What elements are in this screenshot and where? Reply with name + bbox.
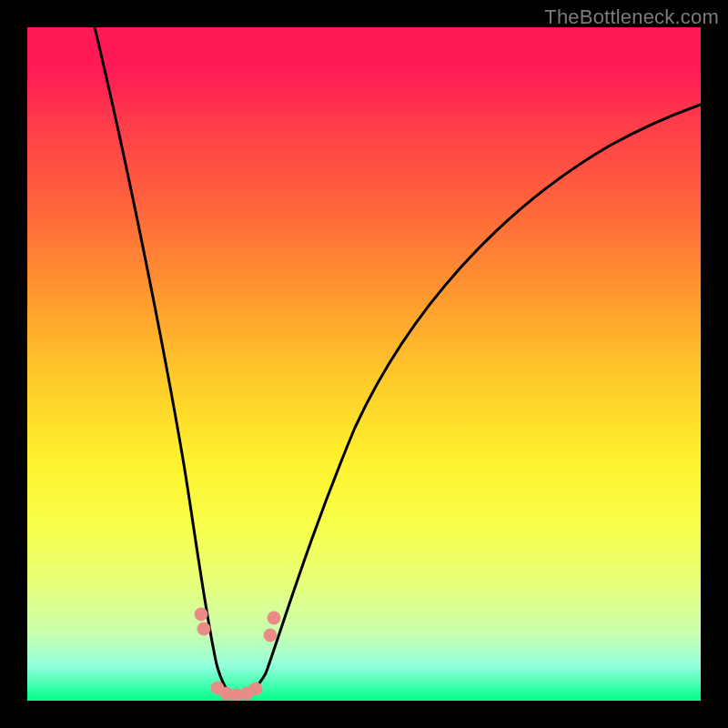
svg-point-6 — [249, 682, 262, 695]
svg-point-0 — [195, 608, 207, 621]
curve-path — [95, 27, 701, 697]
plot-area — [27, 27, 701, 701]
svg-point-1 — [197, 622, 210, 635]
svg-point-8 — [268, 612, 280, 624]
bottleneck-curve — [27, 27, 701, 701]
svg-point-7 — [264, 629, 277, 642]
watermark-text: TheBottleneck.com — [544, 5, 719, 29]
chart-frame: TheBottleneck.com — [0, 0, 728, 728]
